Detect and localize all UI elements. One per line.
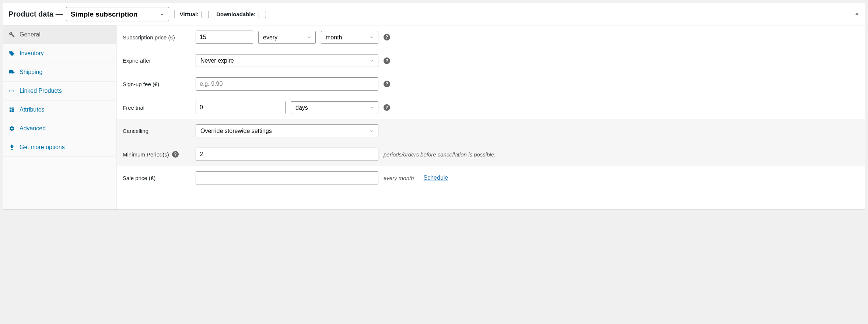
tab-linked-link[interactable]: Linked Products <box>3 82 116 100</box>
tab-advanced: Advanced <box>3 119 116 138</box>
expire-after-select[interactable]: Never expire <box>196 54 378 67</box>
tab-shipping: Shipping <box>3 63 116 82</box>
panel-body: General Inventory Shipping <box>3 25 865 209</box>
label-sale-price: Sale price (€) <box>123 175 190 181</box>
row-free-trial: Free trial days ? <box>117 96 865 119</box>
tab-attributes-link[interactable]: Attributes <box>3 101 116 119</box>
cancelling-section: Cancelling Override storewide settings M… <box>117 119 865 166</box>
free-trial-unit-select[interactable]: days <box>291 101 378 114</box>
help-icon[interactable]: ? <box>384 34 390 40</box>
row-min-periods: Minimum Period(s) ? periods/orders befor… <box>117 142 865 166</box>
row-sale-price: Sale price (€) every month Schedule <box>117 166 865 190</box>
label-subscription-price: Subscription price (€) <box>123 34 190 40</box>
row-cancelling: Cancelling Override storewide settings <box>117 119 865 142</box>
subscription-interval-select[interactable]: every <box>258 31 316 44</box>
tab-general-link[interactable]: General <box>3 25 116 44</box>
label-min-periods: Minimum Period(s) <box>123 151 169 158</box>
row-signup-fee: Sign-up fee (€) ? <box>117 72 865 96</box>
svg-marker-0 <box>855 13 858 15</box>
cancelling-select[interactable]: Override storewide settings <box>196 124 378 137</box>
min-periods-hint: periods/orders before cancellation is po… <box>384 151 496 158</box>
link-icon <box>8 88 15 94</box>
schedule-link[interactable]: Schedule <box>424 175 448 181</box>
tab-label: Advanced <box>20 125 46 132</box>
signup-fee-input[interactable] <box>196 77 378 91</box>
free-trial-input[interactable] <box>196 101 286 114</box>
help-icon[interactable]: ? <box>172 151 179 158</box>
help-icon[interactable]: ? <box>384 57 390 64</box>
divider <box>174 10 175 18</box>
panel-header: Product data — Simple subscription Virtu… <box>3 3 865 25</box>
sale-price-suffix: every month <box>384 175 414 181</box>
row-expire-after: Expire after Never expire ? <box>117 49 865 72</box>
wrench-icon <box>8 31 15 38</box>
tab-advanced-link[interactable]: Advanced <box>3 119 116 138</box>
product-data-tabs: General Inventory Shipping <box>3 25 117 209</box>
tab-label: Linked Products <box>20 88 62 94</box>
min-periods-input[interactable] <box>196 148 378 161</box>
subscription-period-select[interactable]: month <box>321 31 378 44</box>
tab-label: Inventory <box>20 50 44 57</box>
downloadable-checkbox[interactable] <box>259 11 266 18</box>
virtual-checkbox[interactable] <box>202 11 209 18</box>
virtual-label: Virtual: <box>180 11 199 17</box>
tab-label: Get more options <box>20 144 65 151</box>
collapse-toggle[interactable] <box>854 11 860 17</box>
product-type-select[interactable]: Simple subscription <box>66 7 169 21</box>
help-icon[interactable]: ? <box>384 81 390 87</box>
tab-content: Subscription price (€) every month ? <box>117 25 865 209</box>
plugin-icon <box>8 144 15 151</box>
product-type-wrap: Simple subscription <box>66 7 169 21</box>
tab-label: General <box>20 31 41 38</box>
truck-icon <box>8 69 15 75</box>
tab-label: Attributes <box>20 106 45 113</box>
label-expire-after: Expire after <box>123 57 190 64</box>
tab-inventory-link[interactable]: Inventory <box>3 44 116 63</box>
label-cancelling: Cancelling <box>123 128 190 134</box>
tab-shipping-link[interactable]: Shipping <box>3 63 116 81</box>
label-free-trial: Free trial <box>123 105 190 111</box>
tab-attributes: Attributes <box>3 101 116 119</box>
downloadable-label: Downloadable: <box>216 11 256 17</box>
panel-title: Product data — <box>8 10 63 18</box>
gear-icon <box>8 125 15 132</box>
tab-inventory: Inventory <box>3 44 116 63</box>
product-data-panel: Product data — Simple subscription Virtu… <box>3 3 865 210</box>
row-subscription-price: Subscription price (€) every month ? <box>117 25 865 49</box>
tab-linked-products: Linked Products <box>3 82 116 101</box>
help-icon[interactable]: ? <box>384 104 390 111</box>
label-signup-fee: Sign-up fee (€) <box>123 81 190 87</box>
sale-price-input[interactable] <box>196 171 378 184</box>
subscription-price-input[interactable] <box>196 31 253 44</box>
tag-icon <box>8 50 15 57</box>
tab-label: Shipping <box>20 69 42 75</box>
tab-more-link[interactable]: Get more options <box>3 138 116 156</box>
tab-general: General <box>3 25 116 44</box>
layout-icon <box>8 106 15 113</box>
tab-get-more: Get more options <box>3 138 116 157</box>
